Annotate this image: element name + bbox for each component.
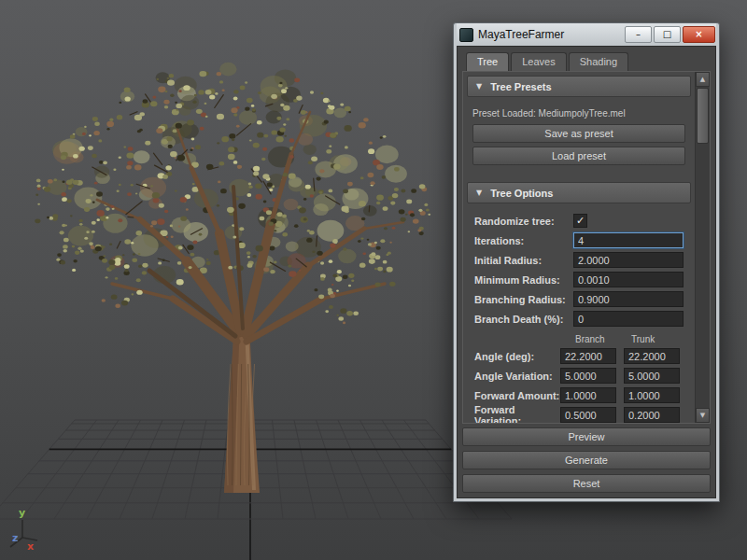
field-row-initial-radius: Initial Radius: [474, 250, 687, 270]
tab-bar: Tree Leaves Shading [458, 47, 715, 71]
randomize-tree-checkbox[interactable]: ✓ [573, 214, 587, 228]
tree-model [35, 63, 430, 493]
scroll-up-button[interactable]: ▲ [696, 72, 710, 87]
column-header-trunk: Trunk [629, 334, 685, 346]
forward-amount-trunk-input[interactable] [624, 387, 680, 403]
minimum-radius-input[interactable] [573, 272, 684, 287]
scroll-up-icon: ▲ [700, 76, 705, 83]
window-body: Tree Leaves Shading ▼ Tree Presets Prese… [457, 46, 716, 498]
tree-presets-header[interactable]: ▼ Tree Presets [467, 76, 691, 97]
close-button[interactable]: × [683, 26, 715, 43]
field-label: Initial Radius: [474, 255, 573, 266]
options-rows: Randomize tree: ✓ Iterations: Initial Ra… [463, 211, 695, 423]
tab-shading[interactable]: Shading [569, 52, 628, 71]
window-title: MayaTreeFarmer [478, 28, 623, 41]
maximize-button[interactable]: □ [654, 26, 681, 43]
field-row-branch-death: Branch Death (%): [474, 309, 687, 329]
svg-text:x: x [27, 540, 34, 553]
svg-text:z: z [12, 532, 18, 544]
field-row-randomize: Randomize tree: ✓ [474, 211, 687, 231]
field-label: Randomize tree: [474, 216, 573, 227]
angle-branch-input[interactable] [560, 348, 616, 364]
footer-buttons: Preview Generate Reset [458, 424, 715, 497]
maximize-icon: □ [663, 30, 671, 39]
field-row-forward-amount: Forward Amount: [474, 385, 687, 405]
options-scrollbar[interactable]: ▲ ▼ [695, 72, 710, 423]
close-icon: × [695, 30, 702, 39]
minimize-button[interactable]: – [625, 26, 652, 43]
angle-variation-branch-input[interactable] [560, 368, 616, 384]
minimize-icon: – [636, 30, 641, 39]
tree-tab-content: ▼ Tree Presets Preset Loaded: Mediumpoly… [462, 71, 711, 424]
tab-leaves[interactable]: Leaves [511, 52, 566, 71]
field-label: Angle (deg): [474, 351, 560, 362]
branch-death-input[interactable] [573, 311, 684, 327]
field-label: Minimum Radius: [474, 274, 573, 286]
column-header-branch: Branch [573, 334, 629, 346]
field-row-forward-variation: Forward Variation: [474, 405, 687, 423]
scroll-down-icon: ▼ [700, 412, 705, 419]
svg-text:y: y [19, 507, 25, 519]
scrollbar-thumb[interactable] [697, 88, 709, 144]
reset-button[interactable]: Reset [462, 474, 711, 493]
field-row-angle: Angle (deg): [474, 346, 687, 366]
options-scroll-area: ▼ Tree Presets Preset Loaded: Mediumpoly… [463, 72, 695, 423]
forward-variation-trunk-input[interactable] [624, 407, 680, 423]
branching-radius-input[interactable] [573, 291, 684, 307]
checkmark-icon: ✓ [576, 216, 585, 226]
view-axis-indicator: yzx [10, 507, 37, 553]
collapse-triangle-icon: ▼ [476, 189, 482, 197]
frame-title-options: Tree Options [490, 188, 553, 199]
field-row-branching-radius: Branching Radius: [474, 289, 687, 309]
angle-trunk-input[interactable] [624, 348, 680, 364]
field-label: Iterations: [474, 235, 573, 246]
field-row-minimum-radius: Minimum Radius: [474, 270, 687, 289]
tree-options-header[interactable]: ▼ Tree Options [467, 182, 691, 203]
iterations-input[interactable] [573, 232, 684, 248]
forward-amount-branch-input[interactable] [560, 387, 616, 403]
window-controls: – □ × [623, 26, 715, 43]
field-label: Angle Variation: [474, 371, 560, 382]
collapse-triangle-icon: ▼ [476, 82, 482, 91]
maya-tree-farmer-window: MayaTreeFarmer – □ × Tree Leaves Shading… [453, 22, 720, 502]
field-label: Branching Radius: [474, 294, 573, 305]
scroll-down-button[interactable]: ▼ [696, 408, 710, 423]
initial-radius-input[interactable] [573, 252, 684, 268]
field-label: Forward Variation: [474, 404, 560, 424]
field-label: Branch Death (%): [474, 314, 573, 325]
generate-button[interactable]: Generate [462, 451, 711, 469]
field-row-angle-variation: Angle Variation: [474, 366, 687, 385]
window-titlebar[interactable]: MayaTreeFarmer – □ × [457, 23, 716, 46]
window-icon [459, 28, 473, 42]
tab-tree[interactable]: Tree [466, 52, 509, 71]
forward-variation-branch-input[interactable] [560, 407, 616, 423]
angle-variation-trunk-input[interactable] [624, 368, 680, 384]
field-label: Forward Amount: [474, 390, 560, 401]
frame-title-presets: Tree Presets [490, 81, 551, 92]
save-preset-button[interactable]: Save as preset [472, 124, 685, 143]
load-preset-button[interactable]: Load preset [472, 147, 685, 165]
preview-button[interactable]: Preview [462, 427, 711, 446]
preset-loaded-text: Preset Loaded: MediumpolyTree.mel [472, 108, 685, 119]
column-headers: Branch Trunk [474, 334, 687, 346]
field-row-iterations: Iterations: [474, 231, 687, 250]
